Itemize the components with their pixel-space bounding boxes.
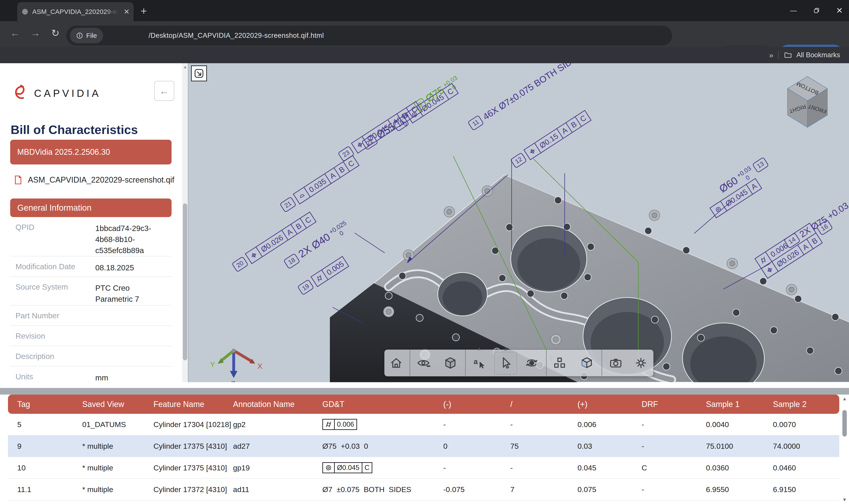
table-scroll-up-icon[interactable]: ▲ <box>842 396 847 402</box>
table-scrollbar-thumb[interactable] <box>842 410 847 436</box>
feature-control-frame: 0.006 <box>322 419 357 430</box>
cell-nominal: - <box>510 420 578 429</box>
gdt-annotation[interactable]: 1146X Ø7±0.075 BOTH SIDES <box>467 63 584 131</box>
url-text[interactable]: /Desktop/ASM_CAPVIDIA_2202029-screenshot… <box>149 32 324 40</box>
fcf-value: Ø0.15 <box>538 131 560 150</box>
cell-sample-2: 0.0460 <box>773 464 839 472</box>
select-cursor-button[interactable]: ▲ <box>494 352 517 375</box>
section-box-button[interactable] <box>576 352 598 374</box>
3d-viewer[interactable]: BOTTOM RIGHT FRONT Y X Z <box>188 63 849 382</box>
cell-feature-name: Cylinder 17375 [4310] <box>153 442 233 450</box>
settings-gear-button[interactable] <box>630 352 652 374</box>
gdt-annotation[interactable]: 20Ø0.026ABC <box>231 212 317 273</box>
info-label: Part Number <box>10 311 95 320</box>
sidebar-scrollbar[interactable]: ▲ ▼ <box>182 63 188 388</box>
cell-minus-tol: 0 <box>443 442 510 450</box>
table-scroll-down-icon[interactable]: ▼ <box>842 497 847 503</box>
info-row: Source System PTC Creo Parametric 7 <box>10 277 171 306</box>
home-button[interactable] <box>385 352 407 374</box>
minimize-button[interactable]: — <box>790 7 797 14</box>
sidebar: CAPVIDIA ← Bill of Characteristics MBDVi… <box>0 63 188 388</box>
cell-annotation-name: gp2 <box>233 420 322 429</box>
view-options-eye-button[interactable] <box>412 352 434 374</box>
fcf-value: C <box>365 464 369 472</box>
file-scheme-chip[interactable]: File <box>70 28 103 43</box>
home-icon <box>389 356 403 370</box>
fcf-value: B <box>569 120 578 129</box>
column-header: GD&T <box>322 400 443 409</box>
cell-gdt: Ø0.045C <box>322 462 443 473</box>
cell-drf: - <box>642 485 706 494</box>
table-row[interactable]: 501_DATUMSCylinder 17304 [10218]gp20.006… <box>8 414 839 435</box>
section-box-icon <box>580 356 594 370</box>
gdt-annotation[interactable]: 23Ø0.045ABC <box>337 101 423 162</box>
fcf-value: Ø0.026 <box>259 233 285 254</box>
orbit-rotate-button[interactable] <box>521 352 543 374</box>
qif-file-item[interactable]: ASM_CAPVIDIA_2202029-screenshot.qif <box>14 175 174 185</box>
reload-button[interactable]: ↻ <box>51 28 59 39</box>
fcf-value: C <box>578 113 588 124</box>
column-header: Tag <box>17 400 82 409</box>
gdt-annotation[interactable]: 190.005 <box>297 256 349 296</box>
table-horizontal-scrollbar[interactable] <box>0 388 849 395</box>
new-tab-button[interactable]: + <box>141 5 147 17</box>
forward-button[interactable]: → <box>31 28 40 38</box>
tab-strip: ASM_CAPVIDIA_2202029-scree ✕ + — ✕ <box>0 0 849 21</box>
restore-button[interactable] <box>813 7 820 14</box>
browser-tab[interactable]: ASM_CAPVIDIA_2202029-scree ✕ <box>17 2 133 21</box>
annotation-tag-balloon[interactable]: 12 <box>510 152 527 169</box>
table-vertical-scrollbar[interactable]: ▲ ▼ <box>840 395 849 504</box>
annotation-tag-balloon[interactable]: 11 <box>467 115 484 131</box>
annotation-tag-balloon[interactable]: 18 <box>283 253 300 269</box>
tab-close-icon[interactable]: ✕ <box>124 8 130 15</box>
fcf-value: Ø0.045 <box>365 123 391 143</box>
annotation-tag-balloon[interactable]: 21 <box>279 197 296 213</box>
bookmarks-divider <box>778 51 779 59</box>
close-window-button[interactable]: ✕ <box>836 7 843 15</box>
address-bar[interactable]: File /Desktop/ASM_CAPVIDIA_2202029-scree… <box>66 26 672 46</box>
info-label: Revision <box>10 331 95 340</box>
scrollbar-thumb[interactable] <box>183 203 187 360</box>
annotation-tag-balloon[interactable]: 20 <box>232 256 249 273</box>
shaded-box-button[interactable] <box>439 352 462 374</box>
cell-feature-name: Cylinder 17375 [4310] <box>153 464 233 472</box>
table-header: TagSaved ViewFeature NameAnnotation Name… <box>8 395 839 414</box>
back-button[interactable]: ← <box>10 28 20 38</box>
explode-parts-button[interactable] <box>548 352 571 374</box>
gdt-annotation[interactable]: 12Ø0.15ABC <box>510 110 592 169</box>
viewer-toolbar: ▲a▲ <box>384 349 653 376</box>
table-row[interactable]: 11.1* multipleCylinder 17372 [4310]ad11Ø… <box>8 479 839 501</box>
cell-feature-name: Cylinder 17304 [10218] <box>153 420 233 429</box>
info-value: 1bbcad74-29c3-4b68-8b10-c535efc8b89a <box>95 223 166 256</box>
table-row[interactable]: 10* multipleCylinder 17375 [4310]gp19Ø0.… <box>8 457 839 479</box>
cell-feature-name: Cylinder 17372 [4310] <box>153 485 233 494</box>
collapse-sidebar-button[interactable]: ← <box>154 81 174 101</box>
info-row: Modification Date 08.18.2025 <box>10 256 171 277</box>
dropdown-caret-icon[interactable]: ▲ <box>477 346 482 351</box>
toolbar-group-divider <box>546 350 546 376</box>
select-annotation-button[interactable]: ▲a <box>468 352 490 374</box>
all-bookmarks-button[interactable]: All Bookmarks <box>796 51 840 59</box>
bookmarks-overflow-button[interactable]: » <box>769 51 773 59</box>
gdt-text: Ø75 +0.03 0 <box>322 442 368 450</box>
info-row: Revision <box>10 326 171 346</box>
general-information-header[interactable]: General Information <box>10 198 171 217</box>
gdt-annotations-layer: 10Ø0.045C9Ø75 +0.03022Ø55 +0.03023Ø0.045… <box>188 63 849 382</box>
fcf-value: A <box>560 126 569 136</box>
camera-snapshot-button[interactable] <box>605 352 627 374</box>
annotation-tag-balloon[interactable]: 19 <box>297 279 314 295</box>
table-row[interactable]: 9* multipleCylinder 17375 [4310]ad27Ø75 … <box>8 435 839 457</box>
qif-file-name: ASM_CAPVIDIA_2202029-screenshot.qif <box>28 175 174 184</box>
table-gap <box>0 382 849 388</box>
gdt-annotation[interactable]: 210.035ABC <box>279 155 360 214</box>
scroll-up-icon[interactable]: ▲ <box>183 65 187 69</box>
gdt-text: Ø7 ±0.075 BOTH SIDES <box>322 485 411 493</box>
cell-sample-1: 0.0040 <box>706 420 773 429</box>
feature-control-frame: Ø0.045ABC <box>351 101 423 154</box>
annotation-tag-balloon[interactable]: 13 <box>752 157 769 173</box>
cell-minus-tol: - <box>443 464 510 472</box>
gdt-annotation[interactable]: 0.006Ø0.026AB16 <box>754 214 837 279</box>
cell-plus-tol: 0.03 <box>578 442 642 450</box>
dropdown-caret-icon[interactable]: ▲ <box>503 346 508 352</box>
expand-view-button[interactable] <box>191 66 207 82</box>
